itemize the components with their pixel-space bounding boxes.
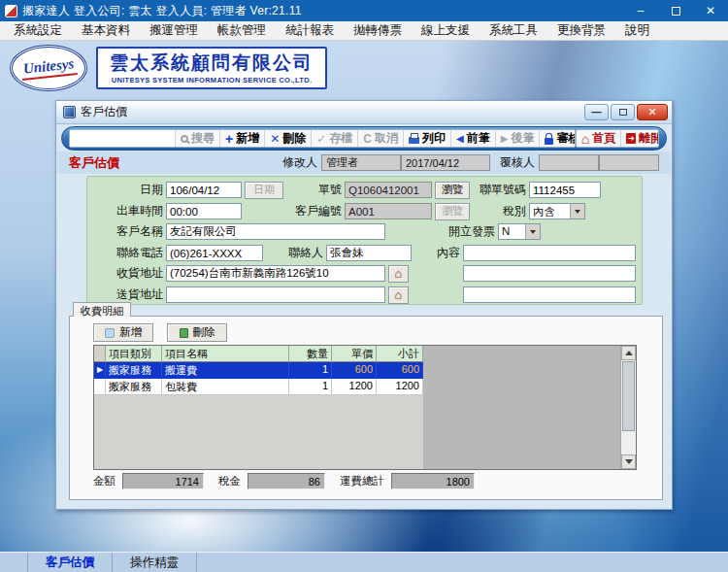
table-row[interactable]: ▶ 搬家服務 搬運費 1 600 600 bbox=[94, 362, 423, 379]
bottom-taskbar: 客戶估價 操作精靈 bbox=[0, 552, 728, 572]
maximize-icon bbox=[619, 109, 627, 116]
customer-no-label: 客戶編號 bbox=[283, 203, 342, 219]
screen: 搬家達人 登入公司: 雲太 登入人員: 管理者 Ver:21.11 – ✕ 系統… bbox=[0, 0, 728, 572]
column-header-subtotal[interactable]: 小計 bbox=[377, 346, 423, 362]
house-icon: ⌂ bbox=[395, 266, 403, 281]
tax-value: 86 bbox=[248, 473, 325, 489]
audit-button[interactable]: 審核 bbox=[539, 130, 575, 147]
scroll-down-button[interactable] bbox=[621, 454, 636, 469]
app-titlebar: 搬家達人 登入公司: 雲太 登入人員: 管理者 Ver:21.11 – ✕ bbox=[0, 0, 728, 21]
quotation-titlebar[interactable]: 客戶估價 — ✕ bbox=[56, 101, 672, 124]
quotation-window: 客戶估價 — ✕ 搜尋 + 新增 bbox=[55, 100, 673, 510]
next-record-button: ▶ 後筆 bbox=[495, 130, 540, 147]
modifier-name: 管理者 bbox=[321, 154, 401, 171]
date-picker-button: 日期 bbox=[245, 182, 283, 199]
column-header-name[interactable]: 項目名稱 bbox=[162, 346, 289, 362]
detail-add-button[interactable]: 新增 bbox=[93, 323, 153, 342]
new-document-icon bbox=[105, 328, 115, 338]
menu-item-support[interactable]: 線上支援 bbox=[412, 22, 480, 39]
menu-item-basic-data[interactable]: 基本資料 bbox=[72, 22, 140, 39]
form-title: 客戶估價 bbox=[69, 154, 119, 172]
reviewed-date bbox=[599, 154, 659, 171]
home-icon: ⌂ bbox=[581, 132, 589, 146]
menu-item-tools[interactable]: 系統工具 bbox=[480, 22, 547, 39]
amount-value: 1714 bbox=[122, 473, 204, 489]
detail-delete-button[interactable]: 刪除 bbox=[167, 323, 227, 342]
receive-address-input[interactable] bbox=[166, 265, 385, 282]
toolbar: 搜尋 + 新增 ✕ 刪除 ✓ 存檔 C bbox=[61, 126, 667, 151]
doc-minimize-button[interactable]: — bbox=[584, 104, 609, 120]
receive-address-extra-input[interactable] bbox=[463, 265, 636, 282]
totals-row: 金額 1714 稅金 86 運費總計 1800 bbox=[93, 473, 475, 489]
table-row[interactable]: 搬家服務 包裝費 1 1200 1200 bbox=[94, 379, 423, 395]
menu-item-background[interactable]: 更換背景 bbox=[547, 22, 615, 39]
dropdown-button[interactable] bbox=[570, 204, 584, 219]
tax-type-select[interactable]: 內含 bbox=[529, 203, 585, 219]
customer-no-input bbox=[345, 203, 432, 219]
taskbar-tab-wizard[interactable]: 操作精靈 bbox=[113, 553, 197, 572]
grid-indicator-header bbox=[94, 346, 106, 362]
menu-item-help[interactable]: 說明 bbox=[615, 22, 659, 39]
search-input[interactable] bbox=[70, 130, 175, 147]
logo-text: Unitesys bbox=[20, 55, 77, 81]
delete-button[interactable]: ✕ 刪除 bbox=[264, 130, 311, 147]
charge-detail-tab[interactable]: 收費明細 bbox=[73, 302, 131, 317]
form-row-6: 送貨地址 ⌂ bbox=[93, 286, 636, 304]
close-icon: ✕ bbox=[647, 106, 656, 118]
charge-grid: 項目類別 項目名稱 數量 單價 小計 ▶ 搬家服務 搬運費 1 600 600 bbox=[93, 345, 637, 470]
grid-scrollbar[interactable] bbox=[620, 346, 636, 469]
receive-address-map-button[interactable]: ⌂ bbox=[388, 265, 409, 283]
form-row-5: 收貨地址 ⌂ bbox=[93, 264, 636, 283]
column-header-qty[interactable]: 數量 bbox=[289, 346, 332, 362]
send-address-extra-input[interactable] bbox=[463, 286, 636, 303]
customer-browse-button: 瀏覽 bbox=[435, 203, 470, 220]
content-input[interactable] bbox=[463, 245, 636, 261]
invoice-select[interactable]: N bbox=[498, 223, 541, 240]
add-button[interactable]: + 新增 bbox=[219, 130, 264, 147]
grid-filler bbox=[423, 346, 620, 469]
ref-no-input[interactable] bbox=[529, 182, 601, 198]
reviewer-name bbox=[539, 154, 599, 171]
previous-record-button[interactable]: ◀ 前筆 bbox=[450, 130, 495, 147]
exit-button[interactable]: ➜ 離開 bbox=[620, 130, 659, 147]
menu-item-account-mgmt[interactable]: 帳款管理 bbox=[208, 22, 276, 39]
column-header-category[interactable]: 項目類別 bbox=[106, 346, 162, 362]
menu-item-system-settings[interactable]: 系統設定 bbox=[4, 22, 72, 39]
scrollbar-thumb[interactable] bbox=[622, 361, 635, 431]
scroll-up-button[interactable] bbox=[621, 346, 636, 360]
freight-total-label: 運費總計 bbox=[340, 474, 384, 488]
close-button[interactable]: ✕ bbox=[693, 0, 728, 21]
menu-item-moving-mgmt[interactable]: 搬運管理 bbox=[140, 22, 208, 39]
invoice-label: 開立發票 bbox=[385, 223, 495, 240]
date-input[interactable] bbox=[166, 182, 242, 198]
maximize-button[interactable] bbox=[658, 0, 693, 21]
menu-item-reports[interactable]: 統計報表 bbox=[276, 22, 344, 39]
company-name-zh: 雲太系統顧問有限公司 bbox=[110, 50, 314, 76]
arrow-up-icon bbox=[625, 351, 633, 355]
menu-item-voucher[interactable]: 拋轉傳票 bbox=[344, 22, 412, 39]
doc-maximize-button[interactable] bbox=[611, 104, 635, 120]
maximize-icon bbox=[672, 7, 680, 16]
recycle-icon bbox=[180, 328, 188, 338]
print-button[interactable]: 列印 bbox=[403, 130, 450, 147]
chevron-down-icon bbox=[530, 230, 536, 234]
content-label: 內容 bbox=[427, 245, 460, 261]
departure-time-input[interactable] bbox=[166, 203, 242, 219]
phone-input[interactable] bbox=[166, 245, 263, 261]
send-address-map-button[interactable]: ⌂ bbox=[388, 286, 409, 304]
contact-input[interactable] bbox=[326, 245, 412, 261]
next-icon: ▶ bbox=[501, 134, 509, 144]
house-icon: ⌂ bbox=[395, 287, 403, 302]
doc-close-button[interactable]: ✕ bbox=[637, 104, 668, 120]
taskbar-tab-quotation[interactable]: 客戶估價 bbox=[27, 553, 113, 572]
home-button[interactable]: ⌂ 首頁 bbox=[577, 130, 620, 147]
customer-name-input[interactable] bbox=[166, 223, 385, 240]
send-address-input[interactable] bbox=[166, 286, 385, 303]
phone-label: 聯絡電話 bbox=[93, 245, 163, 261]
order-browse-button[interactable]: 瀏覽 bbox=[435, 182, 470, 199]
dropdown-button[interactable] bbox=[525, 224, 540, 239]
customer-name-label: 客戶名稱 bbox=[93, 223, 163, 240]
minimize-button[interactable]: – bbox=[623, 0, 658, 21]
column-header-price[interactable]: 單價 bbox=[332, 346, 377, 362]
reviewer-label: 覆核人 bbox=[500, 154, 535, 171]
